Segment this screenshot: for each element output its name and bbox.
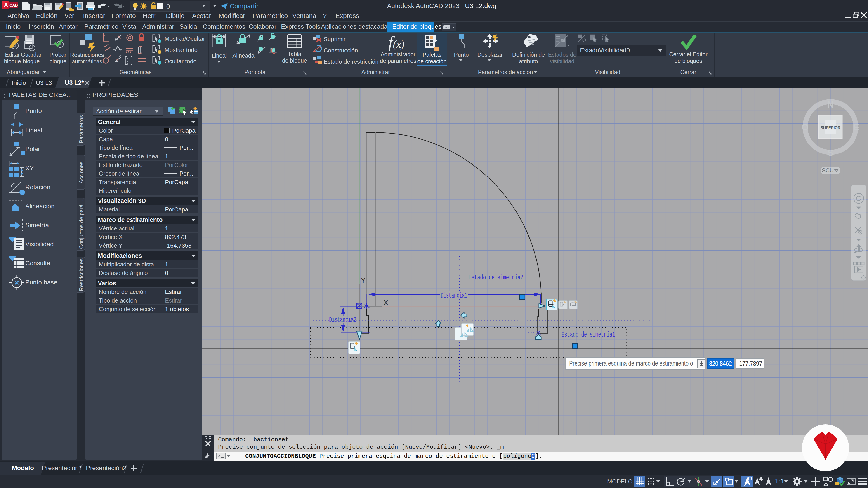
svg-text:SUPERIOR: SUPERIOR: [820, 125, 840, 130]
svg-text:X: X: [383, 298, 388, 307]
svg-text:SCU: SCU: [822, 167, 834, 173]
svg-text:S: S: [828, 148, 834, 158]
svg-text:Distancia2: Distancia2: [329, 316, 356, 324]
svg-text:Y: Y: [361, 276, 366, 285]
svg-text:Estado de simetría1: Estado de simetría1: [561, 331, 615, 339]
svg-text:Estado de simetría2: Estado de simetría2: [469, 273, 523, 282]
svg-text:E: E: [853, 122, 860, 132]
svg-text:N: N: [827, 99, 834, 109]
svg-text:-177.7897: -177.7897: [737, 360, 762, 367]
svg-text:O: O: [801, 122, 808, 132]
svg-text:Precise primera esquina de mar: Precise primera esquina de marco de esti…: [569, 360, 693, 367]
svg-text:820.8462: 820.8462: [709, 360, 732, 367]
svg-text:Distancia1: Distancia1: [441, 292, 467, 300]
